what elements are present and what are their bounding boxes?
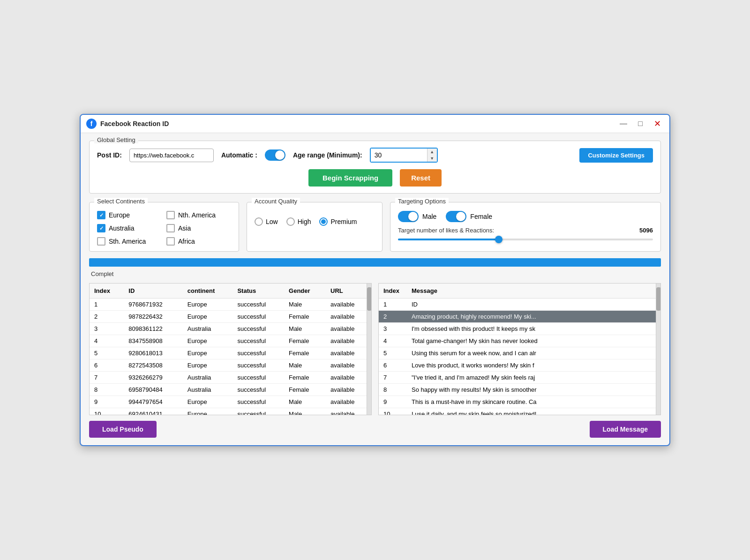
table-row[interactable]: 6Love this product, it works wonders! My… [379,359,660,372]
col-url: URL [326,284,371,299]
right-scrollbar[interactable] [656,284,660,415]
table-row[interactable]: 5Using this serum for a week now, and I … [379,347,660,359]
continents-grid: ✓ Europe Nth. America ✓ Australia Asia [97,211,231,246]
table-row[interactable]: 4Total game-changer! My skin has never l… [379,335,660,347]
nth-america-label: Nth. America [178,211,216,219]
post-id-input[interactable] [129,149,214,162]
progress-bar [89,258,661,267]
customize-settings-button[interactable]: Customize Settings [579,148,653,163]
middle-row: Select Continents ✓ Europe Nth. America … [89,202,661,252]
minimize-button[interactable]: — [617,119,630,129]
status-text: Complet [91,270,661,277]
australia-label: Australia [109,224,134,232]
table-row[interactable]: 38098361122AustraliasuccessfulMaleavaila… [90,323,371,335]
continent-africa[interactable]: Africa [166,237,231,246]
left-table: Index ID continent Status Gender URL 197… [90,284,371,415]
male-toggle-wrap: Male [398,211,436,222]
quality-low[interactable]: Low [255,217,278,226]
europe-label: Europe [109,211,130,219]
female-toggle[interactable] [446,211,466,222]
low-radio[interactable] [255,217,263,226]
table-row[interactable]: 8So happy with my results! My skin is sm… [379,384,660,396]
right-table: Index Message 1ID2Amazing product, highl… [379,284,660,415]
quality-premium[interactable]: Premium [319,217,357,226]
asia-checkbox[interactable] [166,224,175,232]
europe-checkbox[interactable]: ✓ [97,211,105,219]
continent-europe[interactable]: ✓ Europe [97,211,162,219]
table-row[interactable]: 79326266279AustraliasuccessfulFemaleavai… [90,372,371,384]
continent-australia[interactable]: ✓ Australia [97,224,162,232]
high-radio[interactable] [286,217,295,226]
action-buttons: Begin Scrapping Reset [97,169,653,187]
table-row[interactable]: 1ID [379,299,660,311]
load-message-button[interactable]: Load Message [590,421,661,438]
male-knob [408,212,418,221]
age-spin-down[interactable]: ▼ [428,155,437,162]
continents-panel: Select Continents ✓ Europe Nth. America … [89,202,239,252]
close-button[interactable]: ✕ [651,119,664,129]
table-row[interactable]: 68272543508EuropesuccessfulMaleavailable [90,359,371,372]
table-row[interactable]: 9This is a must-have in my skincare rout… [379,396,660,408]
targeting-panel: Targeting Options Male Female [390,202,661,252]
table-row[interactable]: 99944797654EuropesuccessfulMaleavailable [90,396,371,408]
continent-sth-america[interactable]: Sth. America [97,237,162,246]
table-row[interactable]: 10I use it daily, and my skin feels so m… [379,408,660,415]
table-row[interactable]: 48347558908EuropesuccessfulFemaleavailab… [90,335,371,347]
premium-label: Premium [330,218,357,225]
global-setting-panel: Global Setting Post ID: Automatic : Age … [89,141,661,194]
right-table-wrap: Index Message 1ID2Amazing product, highl… [378,283,661,415]
table-row[interactable]: 86958790484AustraliasuccessfulFemaleavai… [90,384,371,396]
main-content: Global Setting Post ID: Automatic : Age … [81,133,669,445]
table-row[interactable]: 2Amazing product, highly recommend! My s… [379,311,660,323]
facebook-icon: f [86,119,97,129]
male-toggle-label: Male [422,213,436,220]
table-row[interactable]: 7"I've tried it, and I'm amazed! My skin… [379,372,660,384]
left-scrollbar-thumb [367,287,372,311]
table-row[interactable]: 106924610431EuropesuccessfulMaleavailabl… [90,408,371,415]
table-row[interactable]: 59280618013EuropesuccessfulFemaleavailab… [90,347,371,359]
age-spin-up[interactable]: ▲ [428,149,437,155]
title-bar-left: f Facebook Reaction ID [86,119,169,129]
age-label: Age range (Minimum): [293,151,362,159]
load-pseudo-button[interactable]: Load Pseudo [89,421,157,438]
asia-label: Asia [178,224,191,232]
left-scrollbar[interactable] [367,284,371,415]
left-table-wrap: Index ID continent Status Gender URL 197… [89,283,372,415]
continent-nth-america[interactable]: Nth. America [166,211,231,219]
africa-checkbox[interactable] [166,237,175,246]
table-row[interactable]: 3I'm obsessed with this product! It keep… [379,323,660,335]
age-spinner: ▲ ▼ [427,149,437,162]
col-message: Message [407,284,660,299]
sth-america-checkbox[interactable] [97,237,105,246]
col-id: ID [124,284,182,299]
target-count-value: 5096 [639,227,653,234]
africa-label: Africa [178,238,195,245]
reset-button[interactable]: Reset [400,169,442,187]
australia-checkbox[interactable]: ✓ [97,224,105,232]
col-index: Index [90,284,124,299]
slider-thumb[interactable] [495,236,502,243]
automatic-toggle[interactable] [265,149,285,161]
title-bar: f Facebook Reaction ID — □ ✕ [81,115,669,133]
global-setting-label: Global Setting [94,136,138,143]
male-toggle[interactable] [398,211,419,222]
right-table-scroll[interactable]: Index Message 1ID2Amazing product, highl… [379,284,660,415]
title-bar-controls: — □ ✕ [617,119,664,129]
table-row[interactable]: 19768671932EuropesuccessfulMaleavailable [90,299,371,311]
begin-scrapping-button[interactable]: Begin Scrapping [308,169,392,187]
continent-asia[interactable]: Asia [166,224,231,232]
table-row[interactable]: 29878226432EuropesuccessfulFemaleavailab… [90,311,371,323]
premium-radio[interactable] [319,217,328,226]
target-slider-wrap [398,239,653,240]
quality-high[interactable]: High [286,217,311,226]
female-toggle-label: Female [470,213,492,220]
slider-fill [398,239,500,240]
col-continent: continent [183,284,233,299]
maximize-button[interactable]: □ [634,119,647,129]
left-table-scroll[interactable]: Index ID continent Status Gender URL 197… [90,284,371,415]
premium-dot [321,219,326,224]
targeting-count-row: Target number of likes & Reactions: 5096 [398,227,653,234]
female-toggle-wrap: Female [446,211,492,222]
age-input[interactable] [371,149,427,162]
nth-america-checkbox[interactable] [166,211,175,219]
